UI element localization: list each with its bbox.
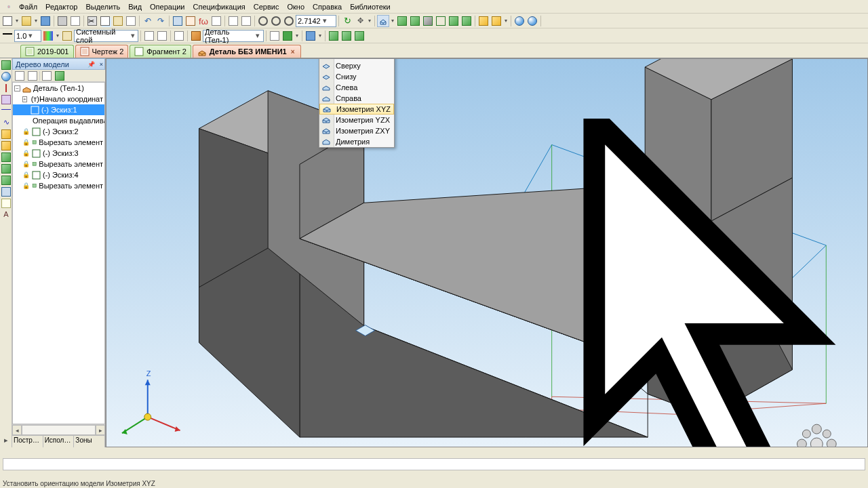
color-dd[interactable]: ▾ [55, 30, 60, 42]
prop-button[interactable] [227, 15, 239, 27]
tree-node-sketch4[interactable]: 🔒 (-) Эскиз:4 [13, 169, 104, 180]
preview-button[interactable] [69, 15, 81, 27]
pan-button[interactable]: ✥ [354, 15, 366, 27]
cubey-dd[interactable]: ▾ [503, 15, 509, 27]
vp-axis[interactable] [1, 83, 12, 94]
shade1-button[interactable] [396, 15, 408, 27]
print-button[interactable] [56, 15, 68, 27]
menu-select[interactable]: Выделить [81, 1, 124, 12]
vp-measure[interactable] [1, 198, 12, 209]
tool-k[interactable] [328, 30, 340, 42]
tab-fragment[interactable]: Фрагмент 2 [130, 45, 191, 58]
tool-g[interactable] [173, 30, 185, 42]
tree-hscroll[interactable]: ◂ ▸ [12, 424, 105, 435]
orient-iso-zxy[interactable]: Изометрия ZXY [319, 125, 394, 136]
tool-i[interactable] [281, 30, 294, 42]
tree-tool-d[interactable] [54, 70, 66, 82]
vp-fillet[interactable] [1, 129, 12, 140]
redo-button[interactable]: ↷ [155, 15, 167, 27]
tab-part-active[interactable]: Деталь БЕЗ ИМЕНИ1× [193, 45, 301, 58]
vp-mirror[interactable] [1, 152, 12, 163]
collapse-icon[interactable]: − [14, 85, 20, 92]
shade3-button[interactable] [422, 15, 434, 27]
tool-i-dd[interactable]: ▾ [294, 30, 300, 42]
copy-button[interactable] [99, 15, 111, 27]
scroll-right-icon[interactable]: ▸ [96, 425, 105, 435]
vp-surface[interactable] [1, 186, 12, 197]
section-button[interactable] [460, 15, 473, 27]
new-button[interactable] [1, 15, 14, 27]
tree-node-sketch2[interactable]: 🔒 (-) Эскиз:2 [13, 126, 104, 137]
part-icon[interactable] [190, 30, 202, 42]
orient-top[interactable]: Сверху [319, 60, 394, 71]
scroll-track[interactable] [22, 425, 96, 435]
paste-button[interactable] [112, 15, 124, 27]
shade2-button[interactable] [409, 15, 421, 27]
tree-tab-zones[interactable]: Зоны [74, 436, 105, 447]
menu-help[interactable]: Справка [309, 1, 346, 12]
tool-j-dd[interactable]: ▾ [317, 30, 323, 42]
color-button[interactable] [42, 30, 54, 42]
render1-button[interactable] [513, 15, 526, 27]
undo-button[interactable]: ↶ [142, 15, 154, 27]
orient-right[interactable]: Справа [319, 93, 394, 104]
tool-h[interactable] [269, 30, 281, 42]
new-dd[interactable]: ▾ [14, 15, 20, 27]
menu-window[interactable]: Окно [283, 1, 309, 12]
tree-node-cut2[interactable]: 🔒 Вырезать элемент [13, 159, 104, 169]
tree-node-cut3[interactable]: 🔒 Вырезать элемент [13, 180, 104, 191]
tree-root[interactable]: − Деталь (Тел-1) [13, 83, 104, 94]
orient-iso-xyz[interactable]: Изометрия XYZ [319, 104, 394, 115]
part-combo[interactable]: Деталь (Тел-1)▾ [203, 30, 264, 42]
nav-cube[interactable] [797, 424, 836, 447]
close-panel-icon[interactable]: × [100, 61, 103, 68]
tool-j[interactable] [304, 30, 317, 42]
open-dd[interactable]: ▾ [33, 15, 39, 27]
tool-e[interactable] [143, 30, 155, 42]
refresh-button[interactable]: ↻ [341, 15, 353, 27]
vp-curve[interactable]: ∿ [1, 117, 12, 128]
menu-libs[interactable]: Библиотеки [346, 1, 395, 12]
wire-button[interactable] [435, 15, 447, 27]
zoom-scale-button[interactable] [283, 15, 295, 27]
tree-tool-c[interactable] [41, 70, 53, 82]
open-button[interactable] [20, 15, 33, 27]
tree-tool-a[interactable] [14, 70, 26, 82]
var-button[interactable] [240, 15, 252, 27]
layer-icon[interactable] [61, 30, 73, 42]
tab-drawing[interactable]: Чертеж 2 [75, 45, 129, 58]
tree-node-cut1[interactable]: 🔒 Вырезать элемент [13, 137, 104, 148]
orient-dimetry[interactable]: Диметрия [319, 136, 394, 147]
orient-iso-yzx[interactable]: Изометрия YZX [319, 115, 394, 125]
command-input[interactable] [3, 458, 865, 470]
tool-a[interactable] [172, 15, 184, 27]
viewport-3d[interactable]: Z Нормально к... [106, 58, 868, 447]
vp-shell[interactable] [1, 175, 12, 186]
tool-f[interactable] [156, 30, 168, 42]
tool-m[interactable] [353, 30, 366, 42]
tree-node-origin[interactable]: + (т)Начало координат [13, 94, 104, 104]
vp-note[interactable]: A [1, 209, 12, 220]
tree-tool-b[interactable] [26, 70, 39, 82]
vp-extrude[interactable] [1, 60, 12, 70]
menu-edit[interactable]: Редактор [41, 1, 81, 12]
tree-node-sketch1[interactable]: (-) Эскиз:1 [13, 104, 104, 115]
tree-tab-build[interactable]: Построе... [12, 436, 43, 447]
tool-d[interactable] [210, 15, 222, 27]
orient-button[interactable] [377, 15, 389, 27]
tree-tab-exec[interactable]: Исполне... [43, 436, 75, 447]
vp-plane[interactable] [1, 94, 12, 105]
orient-left[interactable]: Слева [319, 82, 394, 93]
tree-node-sketch3[interactable]: 🔒 (-) Эскиз:3 [13, 148, 104, 159]
pan-dd[interactable]: ▾ [367, 15, 372, 27]
vp-line[interactable] [1, 106, 12, 117]
vp-pattern[interactable] [1, 163, 12, 174]
pin-icon[interactable]: 📌 [87, 61, 95, 68]
cubey1-button[interactable] [477, 15, 490, 27]
tab-2019-001[interactable]: 2019-001 [20, 45, 74, 58]
lineweight-input[interactable]: 1.0▾ [14, 30, 41, 42]
zoom-input[interactable]: 2.7142▾ [296, 15, 336, 27]
orient-bottom[interactable]: Снизу [319, 71, 394, 82]
vp-hole[interactable] [1, 140, 12, 151]
tree-node-extrude[interactable]: Операция выдавливания [13, 115, 104, 126]
